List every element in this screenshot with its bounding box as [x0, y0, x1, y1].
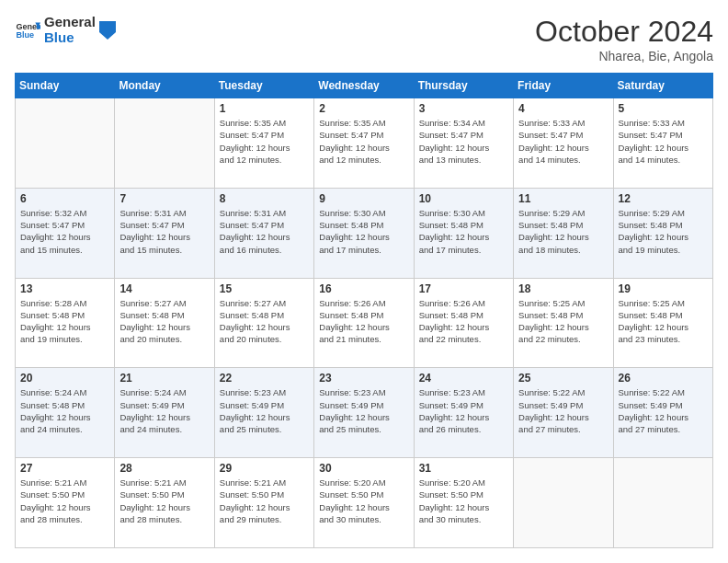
calendar-cell: 12Sunrise: 5:29 AMSunset: 5:48 PMDayligh… [613, 188, 712, 278]
calendar-cell: 14Sunrise: 5:27 AMSunset: 5:48 PMDayligh… [115, 278, 214, 368]
svg-text:Blue: Blue [16, 30, 34, 40]
day-number: 18 [518, 282, 608, 295]
calendar-cell: 25Sunrise: 5:22 AMSunset: 5:49 PMDayligh… [514, 368, 613, 458]
day-info: Sunrise: 5:21 AMSunset: 5:50 PMDaylight:… [220, 477, 309, 525]
day-number: 4 [518, 102, 608, 115]
calendar-cell [115, 98, 214, 189]
calendar-cell: 19Sunrise: 5:25 AMSunset: 5:48 PMDayligh… [613, 278, 712, 368]
day-info: Sunrise: 5:33 AMSunset: 5:47 PMDaylight:… [518, 117, 608, 166]
calendar-cell: 22Sunrise: 5:23 AMSunset: 5:49 PMDayligh… [214, 368, 313, 458]
logo-blue: Blue [44, 30, 96, 46]
day-info: Sunrise: 5:32 AMSunset: 5:47 PMDaylight:… [20, 207, 109, 256]
calendar-cell: 15Sunrise: 5:27 AMSunset: 5:48 PMDayligh… [214, 278, 313, 368]
day-info: Sunrise: 5:26 AMSunset: 5:48 PMDaylight:… [419, 297, 508, 346]
calendar-cell: 17Sunrise: 5:26 AMSunset: 5:48 PMDayligh… [414, 278, 513, 368]
svg-marker-4 [99, 21, 116, 40]
weekday-header-tuesday: Tuesday [214, 74, 313, 98]
weekday-header-monday: Monday [115, 74, 214, 98]
day-info: Sunrise: 5:30 AMSunset: 5:48 PMDaylight:… [419, 207, 508, 256]
title-block: October 2024 Nharea, Bie, Angola [535, 15, 713, 63]
calendar-cell: 3Sunrise: 5:34 AMSunset: 5:47 PMDaylight… [414, 98, 513, 189]
month-title: October 2024 [535, 15, 713, 49]
calendar-cell: 27Sunrise: 5:21 AMSunset: 5:50 PMDayligh… [16, 458, 115, 548]
day-info: Sunrise: 5:34 AMSunset: 5:47 PMDaylight:… [419, 117, 508, 166]
calendar-cell: 10Sunrise: 5:30 AMSunset: 5:48 PMDayligh… [414, 188, 513, 278]
day-number: 11 [518, 192, 608, 205]
day-number: 20 [20, 372, 109, 385]
calendar-cell: 29Sunrise: 5:21 AMSunset: 5:50 PMDayligh… [214, 458, 313, 548]
day-info: Sunrise: 5:22 AMSunset: 5:49 PMDaylight:… [518, 386, 608, 435]
logo-arrow-icon [99, 21, 116, 40]
day-number: 22 [220, 372, 309, 385]
day-info: Sunrise: 5:25 AMSunset: 5:48 PMDaylight:… [619, 297, 708, 346]
calendar-cell: 1Sunrise: 5:35 AMSunset: 5:47 PMDaylight… [214, 98, 313, 189]
weekday-header-sunday: Sunday [16, 74, 115, 98]
day-number: 25 [518, 372, 608, 385]
day-number: 8 [220, 192, 309, 205]
calendar-cell: 8Sunrise: 5:31 AMSunset: 5:47 PMDaylight… [214, 188, 313, 278]
weekday-header-wednesday: Wednesday [314, 74, 414, 98]
day-info: Sunrise: 5:29 AMSunset: 5:48 PMDaylight:… [619, 207, 708, 256]
day-number: 1 [220, 102, 309, 115]
calendar-cell: 21Sunrise: 5:24 AMSunset: 5:49 PMDayligh… [115, 368, 214, 458]
weekday-header-saturday: Saturday [613, 74, 712, 98]
day-info: Sunrise: 5:22 AMSunset: 5:49 PMDaylight:… [619, 386, 708, 435]
day-number: 2 [319, 102, 408, 115]
day-number: 10 [419, 192, 508, 205]
day-number: 23 [319, 372, 408, 385]
day-number: 31 [419, 462, 508, 475]
svg-marker-3 [37, 25, 40, 29]
day-number: 27 [20, 462, 109, 475]
location: Nharea, Bie, Angola [535, 49, 713, 63]
calendar-cell: 28Sunrise: 5:21 AMSunset: 5:50 PMDayligh… [115, 458, 214, 548]
day-info: Sunrise: 5:33 AMSunset: 5:47 PMDaylight:… [619, 117, 708, 166]
calendar-cell: 26Sunrise: 5:22 AMSunset: 5:49 PMDayligh… [613, 368, 712, 458]
calendar-cell [613, 458, 712, 548]
day-number: 7 [119, 192, 209, 205]
day-info: Sunrise: 5:35 AMSunset: 5:47 PMDaylight:… [319, 117, 408, 166]
day-info: Sunrise: 5:27 AMSunset: 5:48 PMDaylight:… [119, 297, 209, 346]
calendar-week-3: 13Sunrise: 5:28 AMSunset: 5:48 PMDayligh… [16, 278, 713, 368]
calendar-cell: 6Sunrise: 5:32 AMSunset: 5:47 PMDaylight… [16, 188, 115, 278]
day-number: 9 [319, 192, 408, 205]
day-number: 19 [619, 282, 708, 295]
calendar-cell: 20Sunrise: 5:24 AMSunset: 5:48 PMDayligh… [16, 368, 115, 458]
day-info: Sunrise: 5:29 AMSunset: 5:48 PMDaylight:… [518, 207, 608, 256]
day-number: 28 [119, 462, 209, 475]
calendar-week-1: 1Sunrise: 5:35 AMSunset: 5:47 PMDaylight… [16, 98, 713, 189]
calendar-cell: 11Sunrise: 5:29 AMSunset: 5:48 PMDayligh… [514, 188, 613, 278]
day-info: Sunrise: 5:26 AMSunset: 5:48 PMDaylight:… [319, 297, 408, 346]
day-number: 14 [119, 282, 209, 295]
day-info: Sunrise: 5:31 AMSunset: 5:47 PMDaylight:… [220, 207, 309, 256]
day-number: 17 [419, 282, 508, 295]
calendar-cell: 31Sunrise: 5:20 AMSunset: 5:50 PMDayligh… [414, 458, 513, 548]
day-number: 24 [419, 372, 508, 385]
day-number: 15 [220, 282, 309, 295]
day-number: 3 [419, 102, 508, 115]
day-info: Sunrise: 5:35 AMSunset: 5:47 PMDaylight:… [220, 117, 309, 166]
calendar-cell [514, 458, 613, 548]
day-info: Sunrise: 5:31 AMSunset: 5:47 PMDaylight:… [119, 207, 209, 256]
day-info: Sunrise: 5:27 AMSunset: 5:48 PMDaylight:… [220, 297, 309, 346]
calendar-cell: 7Sunrise: 5:31 AMSunset: 5:47 PMDaylight… [115, 188, 214, 278]
calendar-cell: 18Sunrise: 5:25 AMSunset: 5:48 PMDayligh… [514, 278, 613, 368]
day-info: Sunrise: 5:21 AMSunset: 5:50 PMDaylight:… [119, 477, 209, 525]
day-info: Sunrise: 5:21 AMSunset: 5:50 PMDaylight:… [20, 477, 109, 525]
calendar-week-2: 6Sunrise: 5:32 AMSunset: 5:47 PMDaylight… [16, 188, 713, 278]
calendar-table: SundayMondayTuesdayWednesdayThursdayFrid… [15, 73, 713, 548]
day-number: 29 [220, 462, 309, 475]
calendar-cell: 4Sunrise: 5:33 AMSunset: 5:47 PMDaylight… [514, 98, 613, 189]
day-number: 16 [319, 282, 408, 295]
calendar-cell: 24Sunrise: 5:23 AMSunset: 5:49 PMDayligh… [414, 368, 513, 458]
day-info: Sunrise: 5:23 AMSunset: 5:49 PMDaylight:… [220, 386, 309, 435]
calendar-cell: 23Sunrise: 5:23 AMSunset: 5:49 PMDayligh… [314, 368, 414, 458]
header: General Blue General Blue October 2024 N… [15, 15, 713, 63]
day-info: Sunrise: 5:23 AMSunset: 5:49 PMDaylight:… [419, 386, 508, 435]
day-number: 21 [119, 372, 209, 385]
logo: General Blue General Blue [15, 15, 116, 45]
day-number: 6 [20, 192, 109, 205]
day-info: Sunrise: 5:23 AMSunset: 5:49 PMDaylight:… [319, 386, 408, 435]
day-info: Sunrise: 5:20 AMSunset: 5:50 PMDaylight:… [419, 477, 508, 525]
day-number: 5 [619, 102, 708, 115]
day-info: Sunrise: 5:24 AMSunset: 5:49 PMDaylight:… [119, 386, 209, 435]
